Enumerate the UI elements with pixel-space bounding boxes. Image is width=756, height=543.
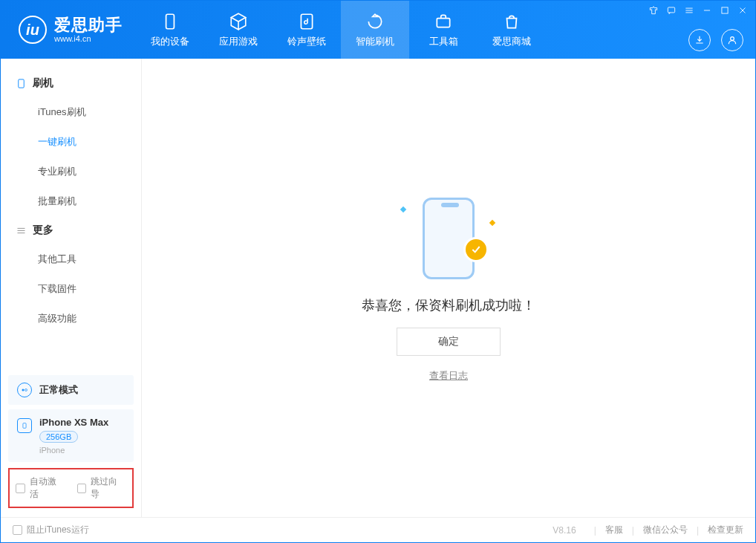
app-subtitle: www.i4.cn	[54, 34, 123, 43]
sidebar-item-download-firmware[interactable]: 下载固件	[1, 274, 141, 304]
view-log-link[interactable]: 查看日志	[429, 369, 468, 383]
svg-point-5	[731, 37, 734, 41]
device-icon	[160, 11, 180, 32]
sidebar-group-more: 更多	[1, 216, 141, 244]
mode-card[interactable]: 正常模式	[8, 375, 134, 405]
checkbox-block-itunes[interactable]: 阻止iTunes运行	[13, 524, 89, 536]
sidebar-item-advanced[interactable]: 高级功能	[1, 304, 141, 334]
nav-label: 智能刷机	[356, 35, 394, 48]
sidebar-group-flash: 刷机	[1, 69, 141, 97]
svg-point-7	[22, 389, 25, 391]
header-actions	[688, 29, 743, 51]
mode-label: 正常模式	[39, 383, 78, 397]
list-icon	[16, 225, 27, 236]
svg-rect-2	[437, 19, 449, 27]
bag-icon	[501, 11, 522, 32]
checkbox-box	[16, 484, 25, 493]
success-illustration	[404, 194, 493, 283]
app-title: 爱思助手	[54, 16, 123, 34]
svg-rect-4	[722, 7, 728, 13]
checkbox-skip-guide[interactable]: 跳过向导	[77, 475, 127, 501]
nav-label: 我的设备	[151, 35, 189, 48]
nav-label: 应用游戏	[219, 35, 258, 48]
logo-area: iu 爱思助手 www.i4.cn	[1, 1, 136, 59]
group-title: 更多	[33, 224, 53, 237]
sidebar: 刷机 iTunes刷机 一键刷机 专业刷机 批量刷机 更多 其他工具 下载固件 …	[1, 59, 142, 517]
music-icon	[296, 11, 317, 32]
checkbox-box	[77, 484, 87, 493]
nav-tab-device[interactable]: 我的设备	[136, 1, 204, 59]
sidebar-item-other-tools[interactable]: 其他工具	[1, 244, 141, 274]
user-icon[interactable]	[721, 29, 743, 51]
download-icon[interactable]	[688, 29, 711, 51]
sparkle-icon	[489, 219, 495, 225]
sidebar-item-onekey-flash[interactable]: 一键刷机	[1, 127, 141, 157]
nav-tab-toolbox[interactable]: 工具箱	[409, 1, 478, 59]
header: iu 爱思助手 www.i4.cn 我的设备 应用游戏 铃声壁纸 智能刷机	[1, 1, 755, 59]
phone-illustration	[423, 198, 475, 279]
svg-rect-1	[301, 14, 312, 29]
svg-rect-3	[668, 7, 674, 13]
version-label: V8.16	[553, 525, 576, 536]
feedback-icon[interactable]	[666, 5, 677, 16]
logo-text: 爱思助手 www.i4.cn	[54, 16, 123, 43]
sidebar-item-batch-flash[interactable]: 批量刷机	[1, 186, 141, 216]
svg-rect-6	[19, 79, 25, 87]
checkbox-box	[13, 525, 22, 535]
minimize-icon[interactable]	[702, 5, 712, 16]
toolbox-icon	[433, 11, 454, 32]
device-small-icon	[17, 418, 32, 433]
checkbox-label: 跳过向导	[91, 475, 126, 501]
maximize-icon[interactable]	[720, 5, 730, 16]
phone-outline-icon	[16, 78, 27, 89]
sidebar-device-box: 正常模式 iPhone XS Max 256GB iPhone 自动激活	[1, 371, 141, 517]
nav-label: 工具箱	[429, 35, 458, 48]
footer-link-update[interactable]: 检查更新	[708, 524, 743, 536]
close-icon[interactable]	[737, 5, 748, 16]
device-capacity: 256GB	[39, 431, 78, 443]
svg-rect-9	[23, 423, 26, 429]
device-card[interactable]: iPhone XS Max 256GB iPhone	[8, 409, 134, 462]
main-content: 恭喜您，保资料刷机成功啦！ 确定 查看日志	[142, 59, 755, 517]
sidebar-item-itunes-flash[interactable]: iTunes刷机	[1, 97, 141, 127]
menu-icon[interactable]	[684, 5, 694, 16]
nav-tab-mall[interactable]: 爱思商城	[478, 1, 546, 59]
checkbox-label: 自动激活	[30, 475, 65, 501]
refresh-icon	[365, 11, 385, 32]
footer-right: V8.16 | 客服 | 微信公众号 | 检查更新	[553, 524, 743, 536]
group-title: 刷机	[33, 77, 53, 90]
checkbox-label: 阻止iTunes运行	[27, 524, 89, 536]
titlebar-controls	[648, 5, 748, 16]
nav-label: 铃声壁纸	[287, 35, 326, 48]
nav-tab-apps[interactable]: 应用游戏	[204, 1, 273, 59]
svg-point-8	[25, 389, 27, 391]
checkbox-auto-activate[interactable]: 自动激活	[16, 475, 65, 501]
skin-icon[interactable]	[648, 5, 659, 16]
body: 刷机 iTunes刷机 一键刷机 专业刷机 批量刷机 更多 其他工具 下载固件 …	[1, 59, 755, 517]
nav-label: 爱思商城	[492, 35, 531, 48]
logo-icon: iu	[19, 16, 47, 44]
footer-link-wechat[interactable]: 微信公众号	[643, 524, 688, 536]
sparkle-icon	[400, 206, 406, 212]
footer: 阻止iTunes运行 V8.16 | 客服 | 微信公众号 | 检查更新	[1, 517, 755, 542]
app-window: iu 爱思助手 www.i4.cn 我的设备 应用游戏 铃声壁纸 智能刷机	[0, 0, 756, 543]
nav-tabs: 我的设备 应用游戏 铃声壁纸 智能刷机 工具箱 爱思商城	[136, 1, 546, 59]
nav-tab-ringtones[interactable]: 铃声壁纸	[273, 1, 341, 59]
ok-button[interactable]: 确定	[397, 328, 501, 356]
sidebar-options-highlight: 自动激活 跳过向导	[8, 468, 134, 508]
device-name: iPhone XS Max	[39, 417, 108, 428]
sidebar-scroll: 刷机 iTunes刷机 一键刷机 专业刷机 批量刷机 更多 其他工具 下载固件 …	[1, 59, 141, 371]
cube-icon	[228, 11, 249, 32]
check-badge-icon	[463, 237, 489, 262]
sidebar-item-pro-flash[interactable]: 专业刷机	[1, 157, 141, 186]
footer-link-support[interactable]: 客服	[605, 524, 623, 536]
success-message: 恭喜您，保资料刷机成功啦！	[362, 296, 535, 314]
device-type: iPhone	[39, 446, 108, 455]
svg-rect-0	[166, 14, 175, 29]
mode-icon	[17, 383, 32, 397]
nav-tab-flash[interactable]: 智能刷机	[341, 1, 409, 59]
